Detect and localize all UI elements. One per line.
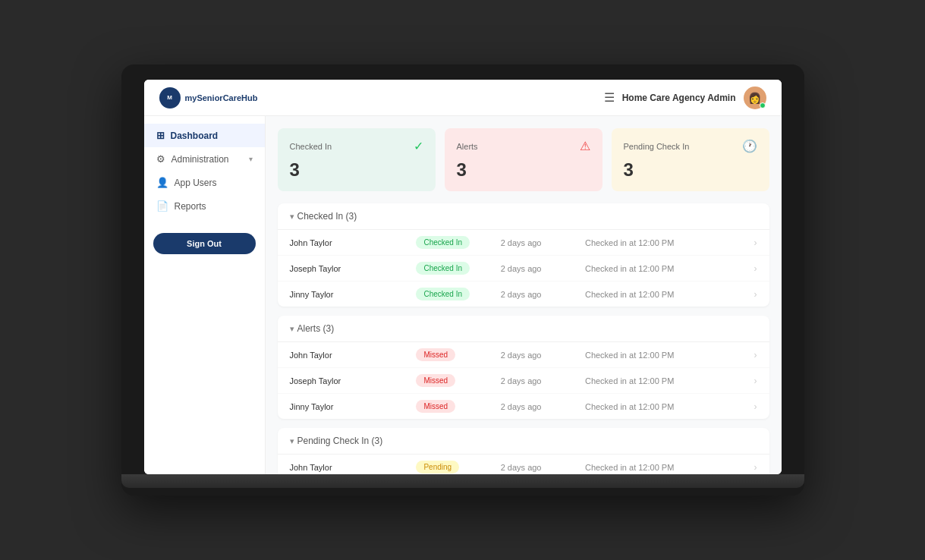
header-logo: M mySeniorCareHub (159, 87, 258, 109)
pending-section-title: Pending Check In (3) (297, 436, 383, 446)
stat-label-pending: Pending Check In (624, 142, 690, 151)
pending-icon: 🕐 (742, 139, 757, 153)
row-chevron-icon: › (754, 263, 757, 274)
checked-in-badge: Checked In (416, 236, 470, 249)
missed-badge: Missed (416, 400, 455, 413)
row-name: Joseph Taylor (290, 264, 417, 273)
alerts-section-title: Alerts (3) (297, 323, 335, 334)
checked-in-section-header[interactable]: ▾ Checked In (3) (278, 203, 769, 230)
alerts-toggle: ▾ (290, 324, 294, 334)
row-badge: Checked In (416, 288, 500, 300)
row-detail: Checked in at 12:00 PM (585, 402, 754, 411)
missed-badge: Missed (416, 348, 455, 361)
sign-out-button[interactable]: Sign Out (153, 233, 256, 254)
row-chevron-icon: › (754, 238, 757, 248)
alerts-section-header[interactable]: ▾ Alerts (3) (278, 316, 769, 342)
administration-icon: ⚙ (156, 153, 165, 165)
logo-text: mySeniorCareHub (185, 93, 258, 102)
table-row[interactable]: Jinny Taylor Checked In 2 days ago Check… (278, 282, 769, 307)
row-time: 2 days ago (501, 376, 585, 385)
row-name: Jinny Taylor (290, 290, 417, 299)
dashboard-icon: ⊞ (156, 130, 165, 141)
sidebar-item-app-users[interactable]: 👤 App Users (144, 171, 265, 194)
sidebar: ⊞ Dashboard ⚙ Administration ▾ 👤 App Use… (144, 116, 266, 474)
row-time: 2 days ago (501, 463, 585, 472)
avatar-status-dot (760, 102, 766, 109)
table-row[interactable]: Joseph Taylor Checked In 2 days ago Chec… (278, 256, 769, 282)
row-badge: Checked In (416, 262, 500, 275)
laptop-frame: M mySeniorCareHub ☰ Home Care Agency Adm… (121, 64, 804, 496)
stat-card-alerts: Alerts ⚠ 3 (445, 128, 603, 191)
row-name: Jinny Taylor (290, 402, 417, 411)
reports-icon: 📄 (156, 200, 168, 212)
checked-in-toggle: ▾ (290, 212, 294, 222)
stat-value-checked-in: 3 (290, 159, 423, 181)
table-row[interactable]: John Taylor Checked In 2 days ago Checke… (278, 230, 769, 256)
row-name: Joseph Taylor (290, 376, 417, 385)
row-chevron-icon: › (754, 401, 757, 412)
table-row[interactable]: Jinny Taylor Missed 2 days ago Checked i… (278, 394, 769, 419)
sidebar-label-reports: Reports (175, 201, 206, 212)
checked-in-badge: Checked In (416, 262, 470, 275)
stat-label-alerts: Alerts (457, 142, 478, 151)
row-time: 2 days ago (501, 351, 585, 360)
sidebar-label-dashboard: Dashboard (171, 131, 219, 141)
alerts-icon: ⚠ (580, 139, 590, 153)
sidebar-item-administration[interactable]: ⚙ Administration ▾ (144, 147, 265, 171)
row-detail: Checked in at 12:00 PM (585, 376, 754, 385)
row-badge: Missed (416, 374, 500, 387)
table-row[interactable]: John Taylor Pending 2 days ago Checked i… (278, 455, 769, 474)
row-chevron-icon: › (754, 350, 757, 360)
logo-icon: M (159, 87, 181, 109)
table-row[interactable]: Joseph Taylor Missed 2 days ago Checked … (278, 368, 769, 394)
row-detail: Checked in at 12:00 PM (585, 238, 754, 247)
sidebar-item-dashboard[interactable]: ⊞ Dashboard (144, 124, 265, 147)
pending-section: ▾ Pending Check In (3) John Taylor Pendi… (278, 428, 769, 474)
row-badge: Missed (416, 400, 500, 413)
administration-row: Administration ▾ (171, 154, 253, 165)
row-detail: Checked in at 12:00 PM (585, 463, 754, 472)
stats-row: Checked In ✓ 3 Alerts ⚠ 3 (278, 128, 769, 191)
sidebar-item-reports[interactable]: 📄 Reports (144, 194, 265, 218)
sidebar-label-administration: Administration (171, 154, 229, 165)
stat-card-header-pending: Pending Check In 🕐 (624, 139, 757, 153)
row-chevron-icon: › (754, 289, 757, 300)
stat-value-pending: 3 (624, 159, 757, 181)
main-content: Checked In ✓ 3 Alerts ⚠ 3 (266, 116, 782, 474)
admin-title: Home Care Agency Admin (622, 93, 736, 103)
sidebar-label-app-users: App Users (175, 178, 217, 188)
checked-in-icon: ✓ (414, 139, 423, 153)
checked-in-badge: Checked In (416, 288, 470, 300)
pending-badge: Pending (416, 461, 459, 473)
chevron-down-icon: ▾ (249, 155, 253, 163)
stat-label-checked-in: Checked In (290, 142, 332, 151)
pending-toggle: ▾ (290, 436, 294, 446)
stat-value-alerts: 3 (457, 159, 590, 181)
hamburger-icon[interactable]: ☰ (604, 90, 615, 105)
checked-in-section-title: Checked In (3) (297, 211, 357, 222)
checked-in-section: ▾ Checked In (3) John Taylor Checked In … (278, 203, 769, 307)
row-name: John Taylor (290, 351, 417, 360)
row-badge: Checked In (416, 236, 500, 249)
stat-card-header-alerts: Alerts ⚠ (457, 139, 590, 153)
alerts-section: ▾ Alerts (3) John Taylor Missed 2 days a… (278, 316, 769, 419)
row-chevron-icon: › (754, 462, 757, 473)
app-wrapper: M mySeniorCareHub ☰ Home Care Agency Adm… (144, 80, 782, 474)
stat-card-checked-in: Checked In ✓ 3 (278, 128, 436, 191)
row-time: 2 days ago (501, 290, 585, 299)
header-right: ☰ Home Care Agency Admin 👩 (604, 87, 766, 109)
avatar: 👩 (744, 87, 766, 109)
stat-card-pending: Pending Check In 🕐 3 (612, 128, 769, 191)
stat-card-header-checked-in: Checked In ✓ (290, 139, 423, 153)
row-chevron-icon: › (754, 376, 757, 386)
row-time: 2 days ago (501, 238, 585, 247)
row-badge: Missed (416, 348, 500, 361)
table-row[interactable]: John Taylor Missed 2 days ago Checked in… (278, 342, 769, 368)
pending-section-header[interactable]: ▾ Pending Check In (3) (278, 428, 769, 455)
row-badge: Pending (416, 461, 500, 473)
row-time: 2 days ago (501, 402, 585, 411)
row-detail: Checked in at 12:00 PM (585, 290, 754, 299)
laptop-screen: M mySeniorCareHub ☰ Home Care Agency Adm… (144, 80, 782, 474)
app-header: M mySeniorCareHub ☰ Home Care Agency Adm… (144, 80, 782, 116)
row-name: John Taylor (290, 238, 417, 247)
